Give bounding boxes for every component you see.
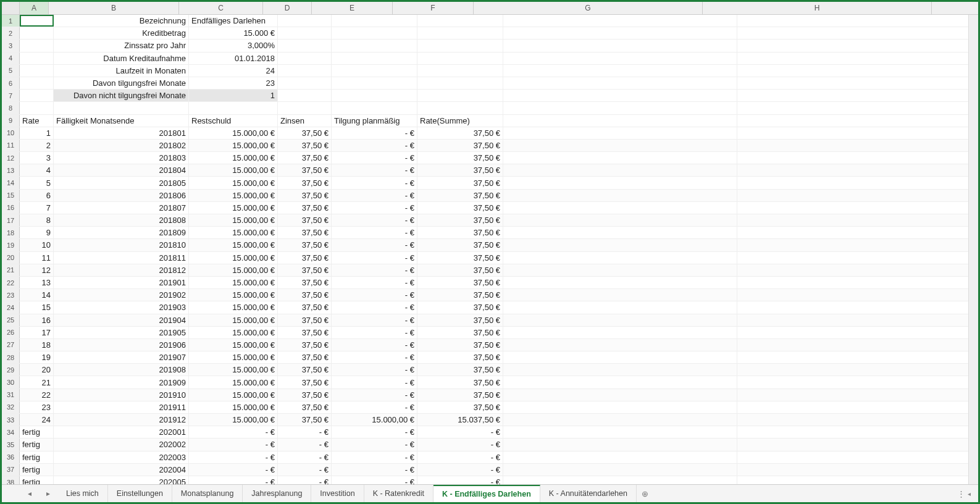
horizontal-scroll-hint[interactable]: ⋮ ◂	[952, 485, 978, 502]
cell[interactable]: 201912	[54, 414, 189, 426]
cell[interactable]	[503, 177, 737, 188]
cell[interactable]: 37,50 €	[417, 164, 503, 176]
cell[interactable]: 37,50 €	[417, 227, 503, 238]
cell[interactable]: - €	[278, 439, 332, 450]
cell[interactable]: 11	[20, 252, 54, 264]
cell[interactable]: 15.000,00 €	[189, 152, 278, 164]
row-header[interactable]: 13	[2, 164, 20, 176]
cell[interactable]: 15.000,00 €	[189, 264, 278, 276]
cell[interactable]	[737, 389, 971, 401]
row-header[interactable]: 32	[2, 401, 20, 413]
cell[interactable]	[503, 140, 737, 151]
cell[interactable]: - €	[189, 476, 278, 484]
cell[interactable]: 37,50 €	[417, 376, 503, 388]
cell[interactable]: 37,50 €	[417, 289, 503, 301]
cell[interactable]: - €	[189, 464, 278, 476]
cell[interactable]	[503, 339, 737, 351]
sheet-tab[interactable]: Einstellungen	[108, 485, 172, 502]
cell[interactable]	[503, 239, 737, 251]
cell[interactable]: 15.000,00 €	[189, 239, 278, 251]
cell[interactable]	[737, 90, 971, 101]
row-header[interactable]: 18	[2, 227, 20, 238]
cell[interactable]: 23	[20, 401, 54, 413]
cell[interactable]	[503, 164, 737, 176]
cell[interactable]	[503, 314, 737, 326]
cell[interactable]: 19	[20, 351, 54, 363]
cell[interactable]: 15.000,00 €	[189, 140, 278, 151]
sheet-tab[interactable]: Jahresplanung	[243, 485, 311, 502]
cell[interactable]	[737, 77, 971, 89]
cell[interactable]: 6	[20, 190, 54, 201]
cell[interactable]	[737, 152, 971, 164]
cell[interactable]: 5	[20, 177, 54, 188]
row-header[interactable]: 28	[2, 351, 20, 363]
column-header-A[interactable]: A	[20, 2, 49, 14]
cell[interactable]	[737, 102, 971, 114]
column-header-C[interactable]: C	[179, 2, 263, 14]
row-header[interactable]: 8	[2, 102, 20, 114]
cell[interactable]: 201907	[54, 351, 189, 363]
cell[interactable]: 01.01.2018	[189, 52, 278, 64]
cell[interactable]	[20, 77, 54, 89]
cell[interactable]: 15.000,00 €	[189, 301, 278, 313]
cell[interactable]: 202005	[54, 476, 189, 484]
cell[interactable]	[737, 127, 971, 139]
cell[interactable]: 15.000,00 €	[189, 227, 278, 238]
cell[interactable]: 201812	[54, 264, 189, 276]
cell[interactable]: - €	[278, 452, 332, 463]
column-header-E[interactable]: E	[312, 2, 393, 14]
cell[interactable]: - €	[332, 252, 417, 264]
column-header-F[interactable]: F	[393, 2, 474, 14]
cell[interactable]: 21	[20, 376, 54, 388]
cell[interactable]: fertig	[20, 439, 54, 450]
cell[interactable]: Tilgung planmäßig	[332, 115, 417, 127]
cell[interactable]: 15.000,00 €	[189, 252, 278, 264]
cell[interactable]	[503, 476, 737, 484]
cell[interactable]: - €	[189, 439, 278, 450]
cell[interactable]	[737, 214, 971, 226]
cell[interactable]	[737, 339, 971, 351]
cell[interactable]	[737, 314, 971, 326]
cell[interactable]: - €	[278, 464, 332, 476]
cell[interactable]: - €	[332, 476, 417, 484]
cell[interactable]	[737, 40, 971, 51]
cell[interactable]	[503, 376, 737, 388]
cell[interactable]: 37,50 €	[417, 401, 503, 413]
cell[interactable]: 8	[20, 214, 54, 226]
cell[interactable]: 15.000,00 €	[189, 202, 278, 214]
cell[interactable]: 37,50 €	[278, 190, 332, 201]
cell[interactable]: 23	[189, 77, 278, 89]
cell[interactable]: 37,50 €	[278, 301, 332, 313]
cell[interactable]	[503, 289, 737, 301]
cell[interactable]	[737, 364, 971, 376]
cell[interactable]: 15.000,00 €	[332, 414, 417, 426]
cell[interactable]: 37,50 €	[278, 252, 332, 264]
cell[interactable]: 201906	[54, 339, 189, 351]
cell[interactable]: 13	[20, 277, 54, 288]
cell[interactable]: 22	[20, 389, 54, 401]
cell[interactable]: Davon nicht tilgungsfrei Monate	[54, 90, 189, 101]
cell[interactable]	[20, 65, 54, 77]
cell[interactable]	[503, 401, 737, 413]
row-header[interactable]: 23	[2, 289, 20, 301]
cell[interactable]: 201908	[54, 364, 189, 376]
cell[interactable]	[737, 264, 971, 276]
row-header[interactable]: 5	[2, 65, 20, 77]
cell[interactable]	[332, 27, 417, 39]
row-header[interactable]: 11	[2, 140, 20, 151]
row-header[interactable]: 9	[2, 115, 20, 127]
cell[interactable]	[503, 227, 737, 238]
row-header[interactable]: 12	[2, 152, 20, 164]
cell[interactable]: Rate	[20, 115, 54, 127]
cell[interactable]	[503, 65, 737, 77]
cell[interactable]: 202003	[54, 452, 189, 463]
cell[interactable]: 37,50 €	[417, 314, 503, 326]
cell[interactable]: 201905	[54, 327, 189, 338]
cell[interactable]: 15.000,00 €	[189, 190, 278, 201]
cell[interactable]: 7	[20, 202, 54, 214]
cell[interactable]: 37,50 €	[417, 127, 503, 139]
sheet-tab[interactable]: Lies mich	[57, 485, 108, 502]
cell[interactable]	[737, 164, 971, 176]
cell[interactable]: 201910	[54, 389, 189, 401]
cell[interactable]: 15.000,00 €	[189, 351, 278, 363]
